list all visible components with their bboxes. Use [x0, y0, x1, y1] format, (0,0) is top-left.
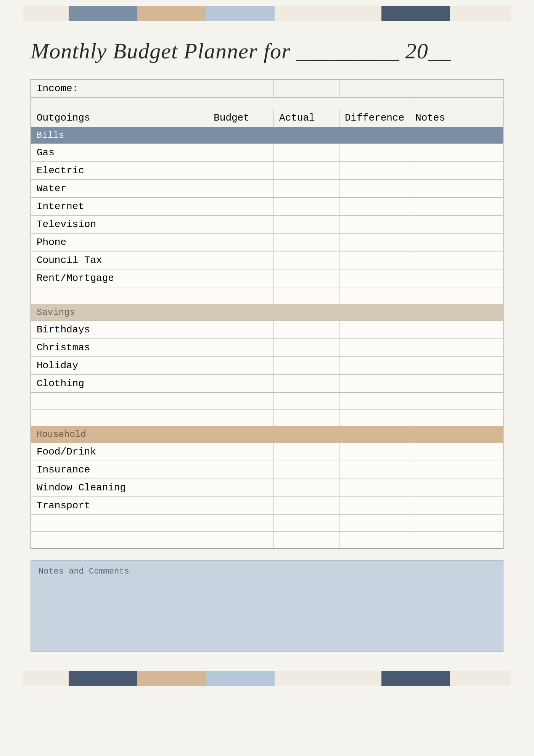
electric-label: Electric [31, 162, 208, 180]
savings-category-row: Savings [31, 304, 503, 321]
title-area: Monthly Budget Planner for _________ 20_… [0, 23, 534, 75]
window-cleaning-label: Window Cleaning [31, 479, 208, 497]
table-row: Transport [31, 497, 503, 515]
bills-category-row: Bills [31, 127, 503, 144]
holiday-label: Holiday [31, 357, 208, 375]
table-row: Gas [31, 144, 503, 162]
rent-mortgage-label: Rent/Mortgage [31, 269, 208, 287]
food-drink-label: Food/Drink [31, 443, 208, 461]
empty-row [31, 287, 503, 304]
deco-block-6 [381, 6, 450, 21]
deco-block-3 [137, 6, 206, 21]
empty-row [31, 515, 503, 532]
col-notes-header: Notes [410, 109, 503, 127]
savings-label: Savings [31, 304, 503, 321]
table-row: Christmas [31, 339, 503, 357]
table-row: Internet [31, 198, 503, 216]
table-row: Phone [31, 234, 503, 251]
deco-bottom-block-2 [69, 671, 137, 686]
deco-block-7 [450, 6, 511, 21]
table-row: Electric [31, 162, 503, 180]
table-row: Television [31, 216, 503, 234]
title-blank: _________ [296, 39, 405, 63]
deco-bottom-block-6 [381, 671, 450, 686]
deco-block-5 [275, 6, 381, 21]
income-diff-cell [339, 80, 410, 98]
clothing-label: Clothing [31, 375, 208, 393]
notes-section: Notes and Comments [31, 560, 503, 652]
table-row: Water [31, 180, 503, 198]
gas-label: Gas [31, 144, 208, 162]
title-year: 20__ [405, 39, 451, 63]
income-budget-cell [208, 80, 274, 98]
top-decoration [0, 0, 534, 23]
deco-bottom-block-5 [275, 671, 381, 686]
phone-label: Phone [31, 234, 208, 251]
income-actual-cell [274, 80, 339, 98]
deco-bottom-block-7 [450, 671, 511, 686]
table-row: Food/Drink [31, 443, 503, 461]
table-row: Birthdays [31, 321, 503, 339]
col-actual-header: Actual [274, 109, 339, 127]
empty-row [31, 532, 503, 548]
water-label: Water [31, 180, 208, 198]
table-row: Insurance [31, 461, 503, 479]
header-row: Outgoings Budget Actual Difference Notes [31, 109, 503, 127]
income-label: Income: [31, 80, 208, 98]
table-row: Holiday [31, 357, 503, 375]
table-row: Window Cleaning [31, 479, 503, 497]
deco-bottom-block-1 [23, 671, 69, 686]
deco-block-2 [69, 6, 137, 21]
deco-block-4 [206, 6, 275, 21]
income-notes-cell [410, 80, 503, 98]
notes-label: Notes and Comments [39, 567, 495, 576]
col-budget-header: Budget [208, 109, 274, 127]
deco-block-1 [23, 6, 69, 21]
council-tax-label: Council Tax [31, 251, 208, 269]
page-title: Monthly Budget Planner for _________ 20_… [31, 38, 503, 64]
internet-label: Internet [31, 198, 208, 216]
table-row: Council Tax [31, 251, 503, 269]
table-row: Clothing [31, 375, 503, 393]
household-label: Household [31, 426, 503, 443]
empty-row [31, 409, 503, 426]
budget-table-container: Income: Outgoings Budget Actual Differen… [31, 79, 503, 549]
deco-bottom-block-3 [137, 671, 206, 686]
birthdays-label: Birthdays [31, 321, 208, 339]
col-difference-header: Difference [339, 109, 410, 127]
bills-label: Bills [31, 127, 503, 144]
table-row: Rent/Mortgage [31, 269, 503, 287]
empty-row [31, 393, 503, 409]
christmas-label: Christmas [31, 339, 208, 357]
insurance-label: Insurance [31, 461, 208, 479]
bottom-decoration [0, 667, 534, 690]
household-category-row: Household [31, 426, 503, 443]
budget-table: Income: Outgoings Budget Actual Differen… [31, 79, 503, 548]
transport-label: Transport [31, 497, 208, 515]
col-outgoings-header: Outgoings [31, 109, 208, 127]
deco-bottom-block-4 [206, 671, 275, 686]
television-label: Television [31, 216, 208, 234]
spacer-row-1 [31, 98, 503, 109]
income-row: Income: [31, 80, 503, 98]
